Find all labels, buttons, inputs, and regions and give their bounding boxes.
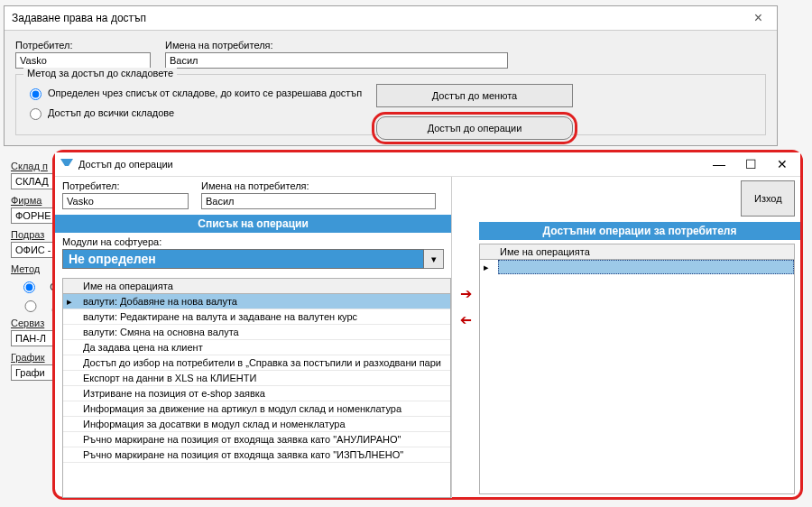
exit-button[interactable]: Изход <box>741 180 795 217</box>
operations-list-header: Списък на операции <box>55 215 451 233</box>
radio-input[interactable] <box>30 108 42 120</box>
table-row[interactable]: Достъп до избор на потребители в „Справк… <box>63 355 450 371</box>
operation-name: валути: Редактиране на валута и задаване… <box>83 311 357 322</box>
table-row[interactable]: Изтриване на позиция от e-shop заявка <box>63 386 450 401</box>
table-row[interactable]: Да задава цена на клиент <box>63 340 450 355</box>
minimize-icon[interactable]: — <box>706 155 733 173</box>
dialog-titlebar: Достъп до операции — ☐ ✕ <box>55 152 800 177</box>
access-operations-button[interactable]: Достъп до операции <box>376 116 573 140</box>
access-menus-button[interactable]: Достъп до менюта <box>376 84 573 107</box>
operation-name: Информация за движение на артикул в моду… <box>83 403 401 414</box>
table-row[interactable]: Ръчно маркиране на позиция от входяща за… <box>63 447 450 463</box>
operation-name: валути: Смяна на основна валута <box>83 327 239 337</box>
module-select[interactable]: Не определен ▾ <box>62 249 444 269</box>
operations-grid[interactable]: Име на операцията ▸валути: Добавяне на н… <box>62 278 451 498</box>
column-header[interactable]: Име на операцията <box>480 244 794 260</box>
table-row[interactable]: валути: Смяна на основна валута <box>63 325 450 340</box>
operations-access-dialog: Достъп до операции — ☐ ✕ Потребител: Име… <box>52 150 803 500</box>
row-cursor-icon: ▸ <box>484 262 489 273</box>
table-row[interactable]: Информация за досатвки в модул склад и н… <box>63 417 450 432</box>
bg-radio[interactable] <box>15 281 43 293</box>
table-row[interactable]: Експорт на данни в XLS на КЛИЕНТИ <box>63 371 450 386</box>
user-operations-header: Достъпни операции за потребителя <box>479 222 800 240</box>
close-icon[interactable]: ✕ <box>770 155 795 173</box>
transfer-arrows: ➔ ➔ <box>452 177 479 498</box>
filter-icon <box>60 159 73 170</box>
access-rights-dialog: Задаване права на достъп × Потребител: И… <box>4 5 778 146</box>
names-label: Имена на потребителя: <box>165 40 508 51</box>
bg-radio[interactable] <box>15 300 46 312</box>
column-header[interactable]: Име на операцията <box>63 279 450 294</box>
close-icon[interactable]: × <box>747 10 770 26</box>
maximize-icon[interactable]: ☐ <box>738 155 764 173</box>
operations-left-panel: Потребител: Имена на потребителя: Списък… <box>55 177 452 498</box>
operation-name: Да задава цена на клиент <box>83 342 203 353</box>
names-input[interactable] <box>201 193 436 209</box>
table-row[interactable]: ▸валути: Добавяне на нова валута <box>63 294 450 309</box>
operation-name: Изтриване на позиция от e-shop заявка <box>83 388 265 399</box>
modules-label: Модули на софтуера: <box>62 236 161 247</box>
arrow-right-icon[interactable]: ➔ <box>460 285 472 302</box>
table-row[interactable] <box>498 260 794 274</box>
chevron-down-icon[interactable]: ▾ <box>424 249 444 269</box>
row-cursor-icon: ▸ <box>67 296 72 308</box>
arrow-left-icon[interactable]: ➔ <box>460 311 472 328</box>
table-row[interactable]: Информация за движение на артикул в моду… <box>63 401 450 417</box>
operation-name: Информация за досатвки в модул склад и н… <box>83 419 346 429</box>
dialog-titlebar: Задаване права на достъп × <box>5 6 777 31</box>
user-operations-grid[interactable]: Име на операцията ▸ <box>479 244 795 494</box>
user-input[interactable] <box>15 52 151 69</box>
user-label: Потребител: <box>62 180 189 191</box>
module-selected-value: Не определен <box>62 249 424 269</box>
group-title: Метод за достъп до складовете <box>23 68 177 78</box>
dialog-title: Достъп до операции <box>78 159 173 170</box>
operation-name: Ръчно маркиране на позиция от входяща за… <box>83 434 401 445</box>
table-row[interactable]: Ръчно маркиране на позиция от входяща за… <box>63 432 450 447</box>
user-operations-panel: Изход Достъпни операции за потребителя И… <box>479 177 800 498</box>
names-label: Имена на потребителя: <box>201 180 436 191</box>
radio-input[interactable] <box>30 88 42 100</box>
user-label: Потребител: <box>15 40 151 51</box>
operation-name: Експорт на данни в XLS на КЛИЕНТИ <box>83 373 256 383</box>
table-row[interactable]: валути: Редактиране на валута и задаване… <box>63 309 450 325</box>
operation-name: Ръчно маркиране на позиция от входяща за… <box>83 449 403 460</box>
user-input[interactable] <box>62 193 189 209</box>
dialog-title: Задаване права на достъп <box>12 12 146 24</box>
names-input[interactable] <box>165 52 508 69</box>
operation-name: Достъп до избор на потребители в „Справк… <box>83 357 441 368</box>
operation-name: валути: Добавяне на нова валута <box>83 296 237 307</box>
